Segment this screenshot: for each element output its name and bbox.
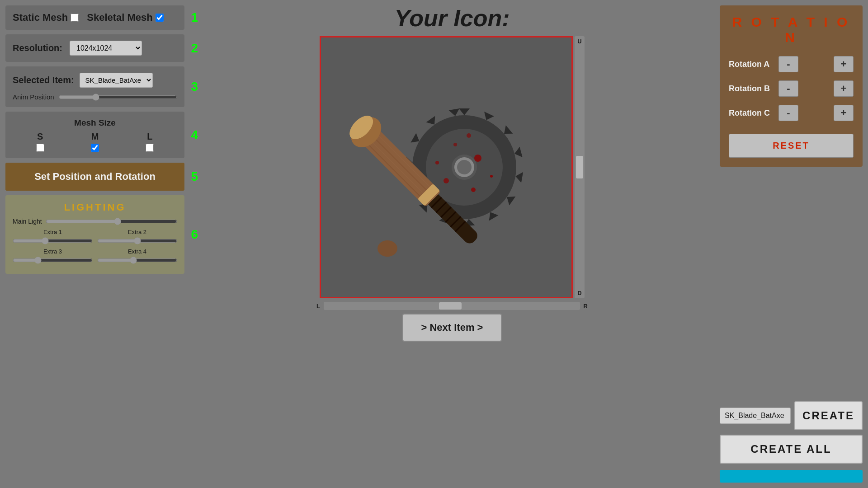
- main-light-label: Main Light: [13, 218, 42, 225]
- size-l-item: L: [146, 131, 154, 152]
- size-s-checkbox[interactable]: [36, 144, 44, 152]
- h-scroll-left-label: L: [316, 303, 320, 310]
- viewport-title: Your Icon:: [394, 5, 509, 32]
- rotation-b-minus-button[interactable]: -: [778, 80, 798, 97]
- step-4-number: 4: [191, 128, 198, 142]
- v-scroll-top-label: U: [577, 38, 581, 45]
- viewport-canvas: [320, 36, 573, 298]
- extra1-slider[interactable]: [13, 237, 93, 244]
- v-scroll-bottom-label: D: [577, 290, 581, 296]
- rotation-a-row: Rotation A - +: [729, 56, 854, 72]
- rotation-a-minus-button[interactable]: -: [778, 56, 798, 72]
- extra1-label: Extra 1: [13, 229, 93, 235]
- mesh-size-section: Mesh Size S M L 4: [5, 112, 184, 158]
- size-l-label: L: [147, 131, 152, 142]
- selected-item-section: Selected Item: SK_Blade_BatAxe Anim Posi…: [5, 66, 184, 107]
- static-mesh-checkbox[interactable]: [71, 14, 79, 22]
- svg-point-21: [443, 178, 449, 183]
- lighting-title: LIGHTING: [13, 202, 177, 213]
- extra4-slider[interactable]: [97, 257, 177, 264]
- rotation-b-row: Rotation B - +: [729, 80, 854, 97]
- item-name-input[interactable]: [720, 408, 791, 424]
- extra1-item: Extra 1: [13, 229, 93, 244]
- svg-point-20: [474, 155, 481, 162]
- h-scroll-right-label: R: [584, 303, 588, 310]
- main-light-slider[interactable]: [46, 218, 177, 225]
- rotation-c-row: Rotation C - +: [729, 105, 854, 121]
- rotation-a-plus-button[interactable]: +: [834, 56, 854, 72]
- step-6-number: 6: [191, 227, 198, 242]
- static-mesh-label: Static Mesh: [13, 12, 68, 23]
- extra3-item: Extra 3: [13, 248, 93, 264]
- size-s-item: S: [36, 131, 44, 152]
- resolution-label: Resolution:: [13, 43, 62, 53]
- svg-point-26: [467, 133, 471, 138]
- rotation-c-plus-button[interactable]: +: [834, 105, 854, 121]
- extra4-label: Extra 4: [97, 248, 177, 255]
- set-position-button[interactable]: Set Position and Rotation: [5, 163, 184, 191]
- right-panel: R O T A T I O N Rotation A - + Rotation …: [714, 0, 868, 488]
- size-m-checkbox[interactable]: [91, 144, 99, 152]
- step-3-number: 3: [191, 80, 198, 94]
- skeletal-mesh-label: Skeletal Mesh: [87, 12, 153, 23]
- bat-knob: [377, 240, 397, 257]
- selected-item-label: Selected Item:: [13, 75, 74, 85]
- extra2-slider[interactable]: [97, 237, 177, 244]
- anim-position-slider[interactable]: [59, 94, 177, 101]
- rotation-b-spacer: [802, 88, 830, 89]
- svg-marker-1: [459, 108, 470, 115]
- mesh-size-title: Mesh Size: [13, 118, 177, 128]
- reset-button[interactable]: RESET: [729, 134, 854, 158]
- h-scrollbar-row: L R: [316, 302, 588, 310]
- size-s-label: S: [37, 131, 43, 142]
- extra3-slider[interactable]: [13, 257, 93, 264]
- selected-item-select[interactable]: SK_Blade_BatAxe: [80, 73, 153, 88]
- create-row: CREATE: [720, 401, 863, 430]
- step-5-number: 5: [191, 169, 198, 184]
- rotation-panel: R O T A T I O N Rotation A - + Rotation …: [720, 5, 863, 167]
- left-panel: Static Mesh Skeletal Mesh 1 Resolution: …: [0, 0, 190, 488]
- step-2-number: 2: [191, 41, 198, 56]
- svg-point-19: [457, 160, 472, 174]
- viewport-container: [320, 36, 573, 298]
- center-panel: Your Icon:: [190, 0, 714, 488]
- v-scroll-thumb[interactable]: [576, 156, 583, 178]
- rotation-c-spacer: [802, 113, 830, 113]
- lighting-section: LIGHTING Main Light Extra 1 Extra 2 Extr…: [5, 195, 184, 274]
- svg-point-23: [453, 143, 457, 146]
- rotation-c-minus-button[interactable]: -: [778, 105, 798, 121]
- set-position-section: Set Position and Rotation 5: [5, 163, 184, 191]
- skeletal-mesh-checkbox[interactable]: [156, 14, 164, 22]
- rotation-a-label: Rotation A: [729, 60, 778, 69]
- extra4-item: Extra 4: [97, 248, 177, 264]
- size-l-checkbox[interactable]: [146, 144, 154, 152]
- rotation-title: R O T A T I O N: [729, 14, 854, 45]
- svg-point-25: [435, 161, 439, 164]
- size-m-label: M: [91, 131, 99, 142]
- size-m-item: M: [91, 131, 99, 152]
- h-scroll-thumb[interactable]: [439, 302, 462, 310]
- resolution-select[interactable]: 512x512 1024x1024 2048x2048: [70, 41, 142, 56]
- step-1-number: 1: [191, 10, 198, 25]
- weapon-illustration: [338, 50, 555, 285]
- create-button[interactable]: CREATE: [794, 401, 863, 430]
- anim-position-label: Anim Position: [13, 93, 54, 101]
- rotation-b-plus-button[interactable]: +: [834, 80, 854, 97]
- skeletal-mesh-item: Skeletal Mesh: [87, 12, 164, 23]
- create-area: CREATE CREATE ALL: [720, 397, 863, 483]
- bottom-controls: L R > Next Item >: [316, 302, 588, 342]
- create-all-button[interactable]: CREATE ALL: [720, 435, 863, 464]
- resolution-section: Resolution: 512x512 1024x1024 2048x2048 …: [5, 34, 184, 62]
- extra2-label: Extra 2: [97, 229, 177, 235]
- mesh-type-section: Static Mesh Skeletal Mesh 1: [5, 5, 184, 30]
- cyan-progress-bar: [720, 470, 863, 483]
- h-scrollbar[interactable]: [324, 302, 580, 310]
- rotation-b-label: Rotation B: [729, 84, 778, 94]
- extra3-label: Extra 3: [13, 248, 93, 255]
- right-spacer: [720, 172, 863, 397]
- svg-point-22: [471, 188, 476, 192]
- next-item-button[interactable]: > Next Item >: [402, 314, 502, 342]
- svg-point-24: [490, 175, 493, 178]
- rotation-c-label: Rotation C: [729, 108, 778, 118]
- rotation-a-spacer: [802, 64, 830, 65]
